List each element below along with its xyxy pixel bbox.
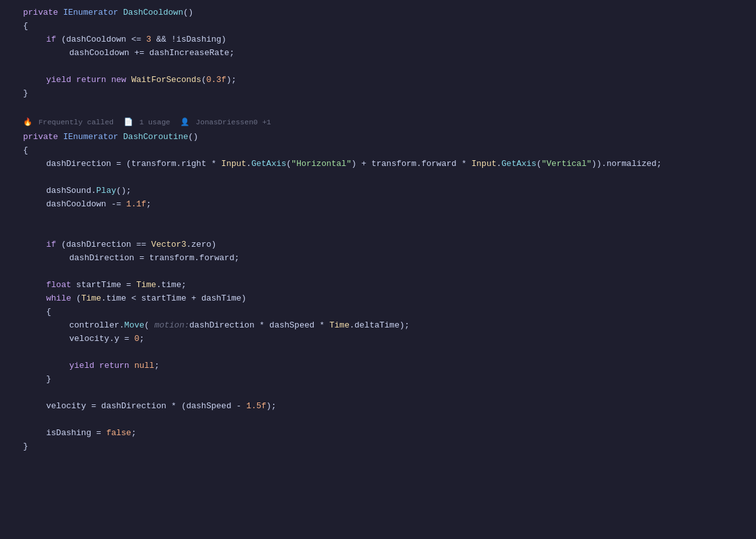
person-icon: 👤 [180, 118, 189, 126]
code-line: { [0, 144, 756, 158]
code-line: controller.Move( motion:dashDirection * … [0, 319, 756, 333]
code-line: private IEnumerator DashCooldown() [0, 6, 756, 20]
flame-icon: 🔥 [23, 118, 32, 126]
code-editor: private IEnumerator DashCooldown() { if … [0, 0, 756, 460]
code-line-empty [0, 60, 756, 74]
code-line: velocity = dashDirection * (dashSpeed - … [0, 400, 756, 413]
code-line: dashCooldown -= 1.1f; [0, 198, 756, 211]
code-line-empty [0, 171, 756, 185]
usage-count-label: 1 usage [139, 118, 170, 126]
code-line: dashDirection = (transform.right * Input… [0, 158, 756, 171]
code-line: float startTime = Time.time; [0, 279, 756, 292]
code-line: } [0, 87, 756, 101]
code-line: velocity.y = 0; [0, 333, 756, 346]
code-line: dashCooldown += dashIncreaseRate; [0, 47, 756, 60]
frequently-called-label: Frequently called [38, 118, 113, 126]
code-line: while (Time.time < startTime + dashTime) [0, 292, 756, 306]
code-line-empty [0, 346, 756, 360]
code-line-empty [0, 211, 756, 225]
code-line: if (dashDirection == Vector3.zero) [0, 238, 756, 252]
usage-icon: 📄 [124, 118, 133, 126]
code-line: if (dashCooldown <= 3 && !isDashing) [0, 33, 756, 47]
code-line: private IEnumerator DashCoroutine() [0, 131, 756, 144]
code-line: { [0, 306, 756, 319]
code-line-empty [0, 225, 756, 238]
code-line-empty [0, 101, 756, 114]
code-line: } [0, 440, 756, 454]
author-label: JonasDriessen0 +1 [196, 118, 271, 126]
code-line: { [0, 20, 756, 33]
code-line-empty [0, 265, 756, 279]
code-line: dashDirection = transform.forward; [0, 252, 756, 265]
code-line: yield return new WaitForSeconds(0.3f); [0, 74, 756, 87]
code-line-empty [0, 386, 756, 400]
code-line-empty [0, 413, 756, 427]
code-line: isDashing = false; [0, 427, 756, 440]
meta-info-line: 🔥 Frequently called 📄 1 usage 👤 JonasDri… [0, 114, 756, 131]
code-line: } [0, 373, 756, 386]
code-line: yield return null; [0, 360, 756, 373]
code-line: dashSound.Play(); [0, 185, 756, 198]
